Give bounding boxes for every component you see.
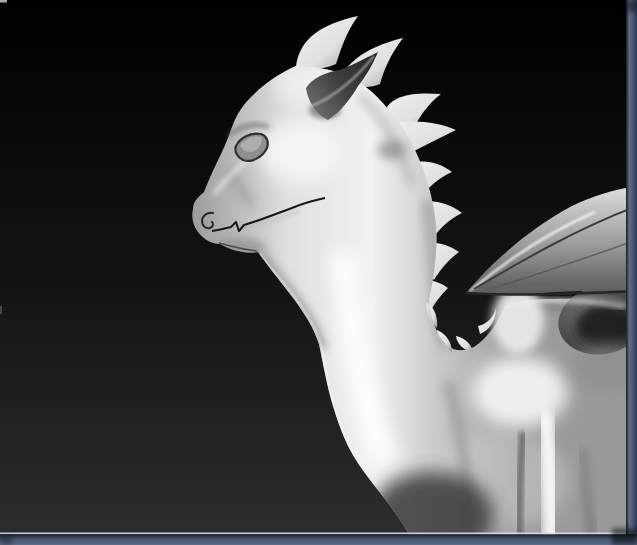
frame-corner-shadow-top-right [626, 0, 637, 12]
frame-right-strip [626, 0, 637, 545]
sculpt-viewport-canvas[interactable] [0, 0, 637, 545]
foreleg-highlight [545, 412, 551, 545]
cheek-highlight [258, 120, 342, 184]
app-window [0, 0, 637, 545]
shoulder-highlight [492, 286, 544, 354]
frame-top-left-sliver [0, 0, 7, 3]
frame-corner-shadow-bottom-left [0, 536, 12, 545]
foreleg-crease-left [519, 432, 523, 545]
frame-bottom-strip [0, 534, 637, 545]
light-horn-base-shadow [378, 140, 406, 160]
frame-corner-shadow-bottom-right [612, 528, 637, 545]
frame-left-notch [0, 306, 2, 314]
frame-bottom-edge-line [0, 533, 628, 535]
